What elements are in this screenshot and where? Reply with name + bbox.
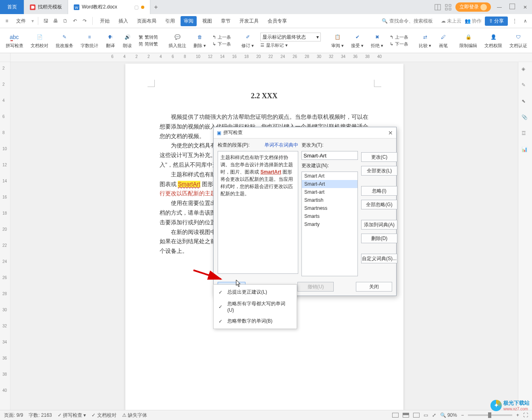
rb-next-change[interactable]: ↳下一条 [390, 41, 408, 47]
suggestion-item[interactable]: Smart-art [302, 188, 357, 196]
rb-translate[interactable]: 🗣翻译 [103, 32, 118, 49]
maximize-button[interactable] [508, 4, 517, 10]
fullscreen-icon[interactable]: ⛶ [523, 412, 528, 418]
menu-references[interactable]: 引用 [162, 16, 178, 26]
side-layers-icon[interactable]: ☲ [522, 130, 529, 138]
side-select-icon[interactable]: ⬉ [522, 98, 529, 106]
suggestion-item[interactable]: Smarty [302, 220, 357, 228]
rb-delete[interactable]: 🗑删除 ▾ [191, 32, 208, 49]
undo-icon[interactable]: ↶ [71, 17, 79, 25]
cloud-status[interactable]: ☁未上云 [441, 18, 461, 25]
rb-pen[interactable]: 🖊画笔 [436, 32, 451, 49]
change-button[interactable]: 更改(C) [361, 152, 397, 162]
menu-section[interactable]: 章节 [218, 16, 234, 26]
view-web-icon[interactable] [413, 413, 420, 418]
hamburger-icon[interactable]: ≡ [3, 17, 10, 25]
menu-review[interactable]: 审阅 [181, 16, 197, 26]
view-outline-icon[interactable] [403, 413, 409, 418]
rb-restrict[interactable]: 🔒限制编辑 [457, 32, 480, 49]
rb-fan1[interactable]: 䌓繁转简 [139, 34, 158, 40]
rb-read[interactable]: 🔊朗读 [120, 32, 135, 49]
dialog-titlebar[interactable]: ▣ 拼写检查 ✕ [214, 127, 396, 139]
undo-button[interactable]: 撤销(U) [297, 282, 334, 292]
rb-proof[interactable]: 📄文档校对 [28, 32, 51, 49]
collab-button[interactable]: 👥协作 [465, 18, 482, 25]
menu-insert[interactable]: 插入 [115, 16, 131, 26]
dialog-close-button[interactable]: ✕ [388, 130, 393, 136]
tab-menu-icon[interactable]: ▢ [134, 4, 139, 10]
redo-icon[interactable]: ↷ [81, 17, 88, 25]
add-tab-button[interactable]: + [150, 4, 162, 11]
rb-review[interactable]: 📋审阅 ▾ [329, 32, 346, 49]
rb-revise[interactable]: ✐修订 ▾ [239, 32, 256, 49]
rb-fan2[interactable]: 简简转繁 [139, 41, 158, 47]
more-icon[interactable]: ⋮ [511, 17, 518, 25]
preview-icon[interactable]: 🗋 [62, 17, 69, 25]
paragraph-textbox[interactable]: 主题和样式也有助于文档保持协调。当您单击设计并选择新的主题时，图片、图表或 Sm… [218, 151, 298, 274]
view-page-icon[interactable] [392, 413, 399, 418]
rb-wordcount[interactable]: ≡字数统计 [78, 32, 101, 49]
status-proof[interactable]: ✓ 文档校对 [91, 412, 116, 419]
tab-home[interactable]: 首页 [0, 0, 24, 14]
zoom-out-button[interactable]: − [461, 412, 464, 418]
rb-doccert[interactable]: 🛡文档认证 [507, 32, 530, 49]
add-dict-button[interactable]: 添加到词典(A) [361, 220, 397, 230]
rb-spellcheck[interactable]: abc拼写检查 [3, 32, 26, 49]
markup-select[interactable]: 显示标记的最终状态▾ [260, 33, 321, 41]
suggestion-item[interactable]: Smarts [302, 212, 357, 220]
menu-layout[interactable]: 页面布局 [134, 16, 160, 26]
menu-member[interactable]: 会员专享 [264, 16, 290, 26]
minimize-button[interactable]: — [495, 4, 504, 10]
menu-file[interactable]: 文件 [13, 16, 29, 26]
delete-button[interactable]: 删除(D) [361, 234, 397, 243]
rb-insert-comment[interactable]: 💬插入批注 [166, 32, 189, 49]
zoom-level[interactable]: 🔍 90% [440, 412, 457, 418]
status-words[interactable]: 字数: 2163 [29, 412, 52, 419]
command-search[interactable]: 🔍 [382, 18, 438, 24]
print-icon[interactable]: 🖶 [52, 17, 59, 25]
side-clip-icon[interactable]: 📎 [522, 114, 529, 122]
side-pen-icon[interactable]: ✎ [522, 82, 529, 89]
zoom-slider[interactable] [468, 414, 512, 416]
rb-compare[interactable]: ⇄比较 ▾ [416, 32, 434, 49]
status-spell[interactable]: ✓ 拼写检查 ▾ [58, 412, 86, 419]
status-page[interactable]: 页面: 9/9 [4, 412, 23, 419]
rb-batch[interactable]: ✎批改服务 [53, 32, 76, 49]
menu-dev[interactable]: 开发工具 [236, 16, 262, 26]
tab-document[interactable]: W Word教程2.docx ▢ [68, 0, 150, 14]
login-button[interactable]: 立即登录 [455, 2, 491, 12]
custom-dict-button[interactable]: 自定义词典(S)... [361, 254, 397, 263]
rb-next-comment[interactable]: ↳下一条 [212, 41, 231, 47]
rb-docperm[interactable]: 👤文档权限 [482, 32, 505, 49]
rb-reject[interactable]: ✖拒绝 ▾ [368, 32, 386, 49]
close-button[interactable]: ✕ [521, 4, 530, 10]
rb-prev-comment[interactable]: ↰上一条 [212, 34, 231, 40]
opt-always-suggest[interactable]: ✓总提出更正建议(L) [214, 286, 297, 298]
status-missing-font[interactable]: ⚠ 缺失字体 [122, 412, 147, 419]
side-ai-icon[interactable]: ◈ [522, 66, 529, 73]
ignore-all-button[interactable]: 全部忽略(G) [361, 200, 397, 209]
opt-ignore-numbers[interactable]: ✓忽略带数字的单词(B) [214, 315, 297, 327]
rb-accept[interactable]: ✔接受 ▾ [349, 32, 366, 49]
suggestion-list[interactable]: Smart ArtSmart-ArtSmart-artSmartishSmart… [301, 172, 358, 276]
suggestion-item[interactable]: Smart-Art [302, 180, 357, 188]
save-icon[interactable]: 🖫 [42, 17, 50, 25]
change-to-input[interactable] [301, 151, 358, 160]
zoom-in-button[interactable]: + [516, 412, 519, 418]
grid1-icon[interactable] [434, 4, 441, 10]
apps-icon[interactable] [445, 4, 451, 10]
search-input[interactable] [389, 18, 438, 24]
close-dialog-button[interactable]: 关闭 [356, 282, 392, 292]
opt-ignore-uppercase[interactable]: ✓忽略所有字母都大写的单词(U) [214, 298, 297, 315]
menu-view[interactable]: 视图 [199, 16, 215, 26]
tab-templates[interactable]: 找稻壳模板 [24, 0, 68, 14]
zoom-fit-icon[interactable]: ⤢ [432, 412, 436, 418]
vertical-ruler[interactable]: 2246810121416182022242628303234363840 [0, 62, 10, 410]
suggestion-item[interactable]: Smart Art [302, 172, 357, 180]
side-chart-icon[interactable]: 📊 [522, 147, 529, 154]
collapse-icon[interactable]: ∧ [522, 17, 529, 25]
horizontal-ruler[interactable]: 642246810121416182022242628303234363840 [0, 53, 532, 62]
view-read-icon[interactable]: ▭ [424, 412, 428, 418]
share-button[interactable]: ⇧ 分享 [485, 17, 508, 26]
change-all-button[interactable]: 全部更改(L) [361, 166, 397, 176]
